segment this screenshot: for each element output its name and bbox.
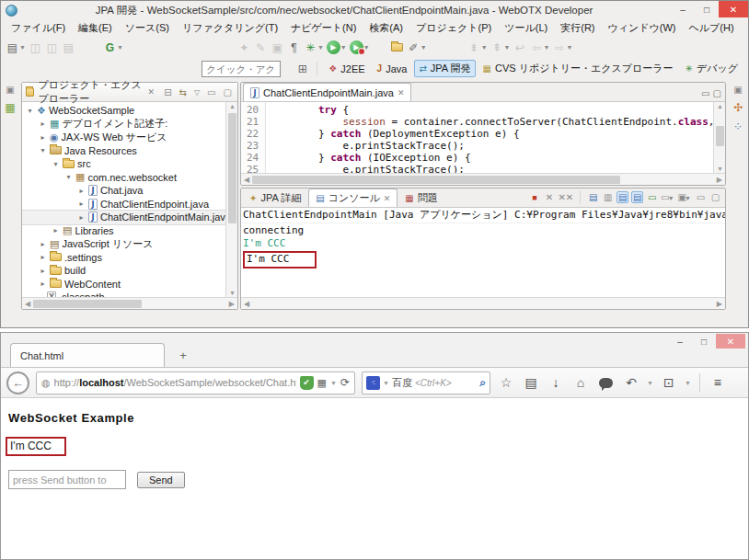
messages-bubble-icon[interactable] [599, 378, 613, 388]
new-wizard-dropdown-icon[interactable]: ▼ [19, 44, 26, 51]
quick-access-input[interactable] [202, 61, 281, 77]
tree-item-classpath[interactable]: X.classpath [22, 291, 225, 297]
terminate-icon[interactable]: ■ [528, 193, 540, 202]
editor-vertical-scrollbar[interactable]: ▲ ▼ [713, 102, 725, 173]
search-icon[interactable]: ⌕ [479, 376, 486, 389]
menu-window[interactable]: ウィンドウ(W) [602, 19, 683, 37]
next-annotation-icon[interactable]: ⇟ [467, 40, 482, 56]
tree-item-java-resources[interactable]: ▾Java Resources [22, 144, 225, 158]
message-input[interactable] [8, 470, 126, 489]
expand-arrow-icon[interactable]: ▸ [39, 120, 47, 128]
tree-item-settings[interactable]: ▸.settings [22, 251, 225, 265]
sync-undo-icon[interactable]: ↶ [622, 375, 640, 390]
hamburger-menu-icon[interactable]: ≡ [709, 375, 727, 390]
maximize-button[interactable]: □ [695, 1, 719, 17]
collapse-all-icon[interactable]: ⊟ [162, 87, 173, 97]
expand-arrow-icon[interactable]: ▸ [39, 267, 47, 275]
qr-extension-icon[interactable]: ▦ [317, 377, 327, 389]
expand-arrow-icon[interactable]: ▸ [39, 133, 47, 142]
tree-item-webcontent[interactable]: ▸WebContent [22, 278, 225, 291]
jpa-structure-mini-icon[interactable]: ✣ [733, 101, 743, 114]
menu-run[interactable]: 実行(R) [554, 19, 601, 37]
expand-arrow-icon[interactable]: ▸ [77, 213, 86, 222]
expand-arrow-icon[interactable]: ▸ [39, 253, 47, 261]
mark-occurrences-icon[interactable]: ✎ [253, 40, 269, 56]
close-button[interactable]: ✕ [716, 334, 745, 349]
expand-arrow-icon[interactable]: ▸ [52, 226, 60, 234]
tab-problems[interactable]: ▦問題 [398, 189, 444, 207]
scrollbar-thumb[interactable] [252, 176, 620, 184]
minimize-view-icon[interactable]: ▭ [205, 87, 217, 97]
perspective-jpa-active[interactable]: ⇄JPA 開発 [414, 60, 475, 77]
expand-arrow-icon[interactable]: ▸ [39, 280, 47, 288]
back-icon[interactable]: ⇦ [529, 40, 545, 56]
save-icon[interactable]: ◫ [28, 40, 43, 56]
menu-navigate[interactable]: ナビゲート(N) [284, 19, 363, 37]
tree-item-chatclientendpoint-java[interactable]: ▸JChatClientEndpoint.java [22, 198, 225, 211]
tree-item-js-resources[interactable]: ▸▤JavaScript リソース [22, 237, 225, 251]
open-perspective-icon[interactable]: ⊞ [294, 61, 310, 77]
tree-item-jaxws[interactable]: ▸◉JAX-WS Web サービス [22, 131, 225, 144]
sync-dropdown-icon[interactable]: ▼ [647, 380, 653, 386]
expand-arrow-icon[interactable]: ▾ [26, 107, 34, 115]
editor-tab[interactable]: J ChatClientEndpointMain.java ✕ [243, 83, 411, 101]
maximize-view-icon[interactable]: ▢ [709, 192, 721, 202]
previous-annotation-icon[interactable]: ⇞ [490, 40, 505, 56]
run-dropdown-icon[interactable]: ▼ [340, 44, 347, 51]
forward-dropdown-icon[interactable]: ▼ [566, 44, 572, 51]
scrollbar-thumb[interactable] [228, 113, 236, 223]
debug-dropdown-icon[interactable]: ▼ [317, 44, 324, 51]
minimize-button[interactable]: – [668, 334, 692, 349]
tree-item-descriptor[interactable]: ▸▦デプロイメント記述子: [22, 118, 225, 131]
print-icon[interactable]: ▤ [61, 40, 76, 56]
menu-search[interactable]: 検索(A) [363, 19, 409, 37]
explorer-horizontal-scrollbar[interactable]: ◀ ▶ [22, 297, 237, 309]
tree-item-project[interactable]: ▾❖WebSocketSample [22, 104, 225, 118]
browser-tab[interactable]: Chat.html [10, 343, 165, 367]
expand-arrow-icon[interactable]: ▸ [77, 187, 86, 195]
link-editor-icon[interactable]: ⇆ [178, 87, 189, 97]
menu-file[interactable]: ファイル(F) [5, 19, 72, 37]
send-button[interactable]: Send [137, 472, 185, 488]
clear-console-icon[interactable]: ▤ [587, 192, 599, 202]
scroll-down-icon[interactable]: ▼ [714, 166, 726, 172]
tree-item-libraries[interactable]: ▸▤Libraries [22, 224, 225, 238]
restore-view-icon[interactable]: ▣ [6, 85, 14, 95]
close-tab-icon[interactable]: ✕ [384, 194, 391, 203]
url-bar[interactable]: ◍ http://localhost/WebSocketSample/webso… [36, 371, 355, 394]
run-icon[interactable]: ▶ [326, 40, 341, 56]
previous-annotation-dropdown-icon[interactable]: ▼ [504, 44, 511, 51]
debug-icon[interactable]: ✳ [303, 40, 318, 56]
new-javaee-dropdown-icon[interactable]: ▼ [117, 44, 123, 51]
tab-console[interactable]: ▤コンソール✕ [308, 189, 398, 207]
last-edit-location-icon[interactable]: ↩ [513, 40, 528, 56]
show-editor-icon[interactable]: ▣ [270, 40, 285, 56]
new-javaee-icon[interactable]: G [102, 40, 118, 56]
minimize-view-icon[interactable]: ▭ [701, 88, 709, 98]
tree-item-chatclientendpointmain-java[interactable]: ▸JChatClientEndpointMain.jav [22, 211, 225, 224]
perspective-debug[interactable]: ✳デバッグ [681, 60, 743, 77]
scrollbar-thumb[interactable] [716, 126, 724, 146]
scroll-right-icon[interactable]: ▶ [226, 300, 237, 308]
menu-tools[interactable]: ツール(L) [498, 19, 554, 37]
scroll-left-icon[interactable]: ◀ [241, 176, 252, 184]
display-console-icon[interactable]: ▭▼ [661, 192, 674, 202]
expand-arrow-icon[interactable]: ▸ [39, 240, 47, 248]
perspective-cvs[interactable]: ▦CVS リポジトリー・エクスプローラー [478, 60, 678, 77]
explorer-vertical-scrollbar[interactable]: ▲ ▼ [225, 102, 237, 297]
pin-console-icon[interactable]: ▤ [631, 191, 643, 203]
expand-arrow-icon[interactable]: ▸ [77, 200, 86, 208]
maximize-view-icon[interactable]: ▢ [713, 88, 721, 98]
bookmark-star-icon[interactable]: ☆ [497, 375, 515, 390]
menu-source[interactable]: ソース(S) [119, 19, 176, 37]
perspective-j2ee[interactable]: ❖J2EE [324, 62, 369, 76]
menu-edit[interactable]: 編集(E) [72, 19, 119, 37]
close-button[interactable]: ✕ [719, 1, 748, 17]
annotate-dropdown-icon[interactable]: ▼ [421, 44, 427, 51]
scroll-lock-icon[interactable]: ▥ [602, 192, 614, 202]
close-tab-icon[interactable]: ✕ [398, 88, 405, 97]
new-wizard-icon[interactable]: ▤ [5, 40, 20, 56]
search-bar[interactable]: ⁖ ▼ 百度 <Ctrl+K> ⌕ [362, 371, 490, 394]
menu-project[interactable]: プロジェクト(P) [409, 19, 498, 37]
project-explorer-mini-icon[interactable]: ▦ [5, 101, 15, 114]
